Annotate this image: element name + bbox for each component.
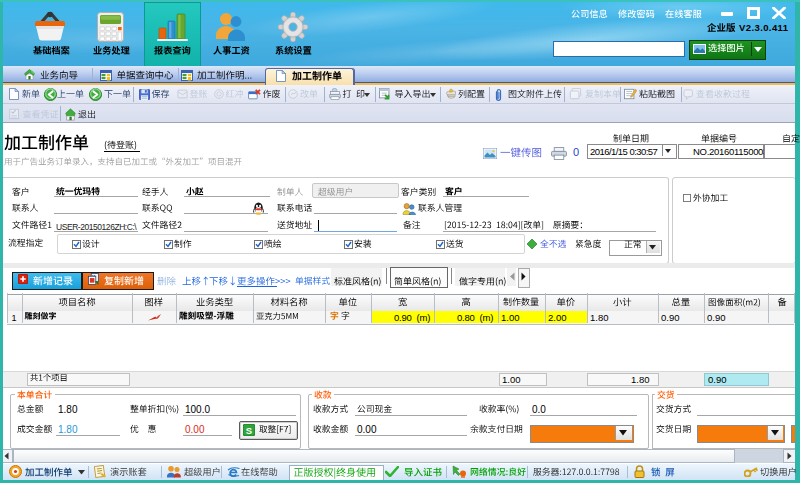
svg-text:S: S [246, 424, 252, 435]
